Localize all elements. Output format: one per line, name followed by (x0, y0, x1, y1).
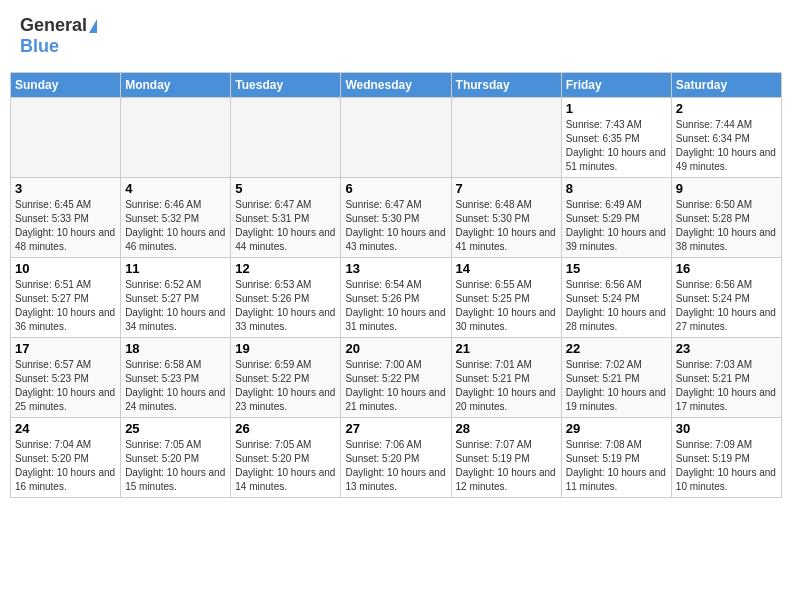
day-number: 13 (345, 261, 446, 276)
day-number: 8 (566, 181, 667, 196)
day-number: 30 (676, 421, 777, 436)
calendar-week-row: 1Sunrise: 7:43 AMSunset: 6:35 PMDaylight… (11, 98, 782, 178)
day-info: Sunrise: 6:51 AMSunset: 5:27 PMDaylight:… (15, 278, 116, 334)
day-info: Sunrise: 7:02 AMSunset: 5:21 PMDaylight:… (566, 358, 667, 414)
day-number: 19 (235, 341, 336, 356)
calendar-cell: 7Sunrise: 6:48 AMSunset: 5:30 PMDaylight… (451, 178, 561, 258)
calendar-cell (451, 98, 561, 178)
calendar-week-row: 3Sunrise: 6:45 AMSunset: 5:33 PMDaylight… (11, 178, 782, 258)
day-info: Sunrise: 7:01 AMSunset: 5:21 PMDaylight:… (456, 358, 557, 414)
header-friday: Friday (561, 73, 671, 98)
day-number: 6 (345, 181, 446, 196)
calendar-cell (341, 98, 451, 178)
day-info: Sunrise: 6:47 AMSunset: 5:30 PMDaylight:… (345, 198, 446, 254)
logo: General Blue (20, 15, 97, 57)
day-number: 23 (676, 341, 777, 356)
header-wednesday: Wednesday (341, 73, 451, 98)
day-info: Sunrise: 7:43 AMSunset: 6:35 PMDaylight:… (566, 118, 667, 174)
calendar-cell: 26Sunrise: 7:05 AMSunset: 5:20 PMDayligh… (231, 418, 341, 498)
day-info: Sunrise: 7:44 AMSunset: 6:34 PMDaylight:… (676, 118, 777, 174)
day-number: 1 (566, 101, 667, 116)
calendar-cell: 20Sunrise: 7:00 AMSunset: 5:22 PMDayligh… (341, 338, 451, 418)
day-info: Sunrise: 6:45 AMSunset: 5:33 PMDaylight:… (15, 198, 116, 254)
day-number: 17 (15, 341, 116, 356)
day-number: 18 (125, 341, 226, 356)
calendar-cell: 16Sunrise: 6:56 AMSunset: 5:24 PMDayligh… (671, 258, 781, 338)
day-number: 9 (676, 181, 777, 196)
calendar-cell: 19Sunrise: 6:59 AMSunset: 5:22 PMDayligh… (231, 338, 341, 418)
day-number: 21 (456, 341, 557, 356)
day-info: Sunrise: 6:56 AMSunset: 5:24 PMDaylight:… (676, 278, 777, 334)
day-info: Sunrise: 6:46 AMSunset: 5:32 PMDaylight:… (125, 198, 226, 254)
calendar-week-row: 17Sunrise: 6:57 AMSunset: 5:23 PMDayligh… (11, 338, 782, 418)
day-number: 28 (456, 421, 557, 436)
day-number: 11 (125, 261, 226, 276)
calendar-cell: 2Sunrise: 7:44 AMSunset: 6:34 PMDaylight… (671, 98, 781, 178)
day-number: 20 (345, 341, 446, 356)
day-number: 14 (456, 261, 557, 276)
calendar-cell (121, 98, 231, 178)
day-info: Sunrise: 6:49 AMSunset: 5:29 PMDaylight:… (566, 198, 667, 254)
day-info: Sunrise: 6:53 AMSunset: 5:26 PMDaylight:… (235, 278, 336, 334)
day-number: 29 (566, 421, 667, 436)
day-number: 27 (345, 421, 446, 436)
calendar-cell: 3Sunrise: 6:45 AMSunset: 5:33 PMDaylight… (11, 178, 121, 258)
day-info: Sunrise: 6:48 AMSunset: 5:30 PMDaylight:… (456, 198, 557, 254)
header-sunday: Sunday (11, 73, 121, 98)
calendar-cell: 1Sunrise: 7:43 AMSunset: 6:35 PMDaylight… (561, 98, 671, 178)
calendar-cell: 25Sunrise: 7:05 AMSunset: 5:20 PMDayligh… (121, 418, 231, 498)
calendar-cell: 15Sunrise: 6:56 AMSunset: 5:24 PMDayligh… (561, 258, 671, 338)
day-info: Sunrise: 7:00 AMSunset: 5:22 PMDaylight:… (345, 358, 446, 414)
calendar-cell: 23Sunrise: 7:03 AMSunset: 5:21 PMDayligh… (671, 338, 781, 418)
day-number: 2 (676, 101, 777, 116)
day-number: 5 (235, 181, 336, 196)
day-info: Sunrise: 7:04 AMSunset: 5:20 PMDaylight:… (15, 438, 116, 494)
day-number: 25 (125, 421, 226, 436)
calendar-week-row: 10Sunrise: 6:51 AMSunset: 5:27 PMDayligh… (11, 258, 782, 338)
day-info: Sunrise: 7:08 AMSunset: 5:19 PMDaylight:… (566, 438, 667, 494)
day-number: 7 (456, 181, 557, 196)
day-number: 15 (566, 261, 667, 276)
calendar-cell: 4Sunrise: 6:46 AMSunset: 5:32 PMDaylight… (121, 178, 231, 258)
header-monday: Monday (121, 73, 231, 98)
day-info: Sunrise: 7:07 AMSunset: 5:19 PMDaylight:… (456, 438, 557, 494)
header-saturday: Saturday (671, 73, 781, 98)
calendar-cell: 10Sunrise: 6:51 AMSunset: 5:27 PMDayligh… (11, 258, 121, 338)
day-info: Sunrise: 7:05 AMSunset: 5:20 PMDaylight:… (235, 438, 336, 494)
day-info: Sunrise: 6:59 AMSunset: 5:22 PMDaylight:… (235, 358, 336, 414)
calendar-cell (231, 98, 341, 178)
day-info: Sunrise: 7:05 AMSunset: 5:20 PMDaylight:… (125, 438, 226, 494)
day-number: 12 (235, 261, 336, 276)
calendar-cell: 14Sunrise: 6:55 AMSunset: 5:25 PMDayligh… (451, 258, 561, 338)
calendar-cell: 11Sunrise: 6:52 AMSunset: 5:27 PMDayligh… (121, 258, 231, 338)
header-tuesday: Tuesday (231, 73, 341, 98)
calendar-cell: 6Sunrise: 6:47 AMSunset: 5:30 PMDaylight… (341, 178, 451, 258)
day-number: 24 (15, 421, 116, 436)
day-info: Sunrise: 7:06 AMSunset: 5:20 PMDaylight:… (345, 438, 446, 494)
day-info: Sunrise: 6:47 AMSunset: 5:31 PMDaylight:… (235, 198, 336, 254)
logo-triangle-icon (89, 19, 97, 33)
day-number: 3 (15, 181, 116, 196)
header-thursday: Thursday (451, 73, 561, 98)
day-info: Sunrise: 6:57 AMSunset: 5:23 PMDaylight:… (15, 358, 116, 414)
day-info: Sunrise: 7:09 AMSunset: 5:19 PMDaylight:… (676, 438, 777, 494)
calendar-header-row: SundayMondayTuesdayWednesdayThursdayFrid… (11, 73, 782, 98)
calendar-cell: 28Sunrise: 7:07 AMSunset: 5:19 PMDayligh… (451, 418, 561, 498)
calendar-cell: 21Sunrise: 7:01 AMSunset: 5:21 PMDayligh… (451, 338, 561, 418)
day-number: 16 (676, 261, 777, 276)
logo-general-text: General (20, 15, 87, 36)
calendar-cell: 30Sunrise: 7:09 AMSunset: 5:19 PMDayligh… (671, 418, 781, 498)
day-info: Sunrise: 6:58 AMSunset: 5:23 PMDaylight:… (125, 358, 226, 414)
day-number: 26 (235, 421, 336, 436)
day-info: Sunrise: 6:56 AMSunset: 5:24 PMDaylight:… (566, 278, 667, 334)
calendar-cell (11, 98, 121, 178)
calendar-cell: 12Sunrise: 6:53 AMSunset: 5:26 PMDayligh… (231, 258, 341, 338)
day-info: Sunrise: 7:03 AMSunset: 5:21 PMDaylight:… (676, 358, 777, 414)
calendar-cell: 18Sunrise: 6:58 AMSunset: 5:23 PMDayligh… (121, 338, 231, 418)
day-number: 10 (15, 261, 116, 276)
header: General Blue (10, 10, 782, 62)
calendar: SundayMondayTuesdayWednesdayThursdayFrid… (10, 72, 782, 498)
day-info: Sunrise: 6:54 AMSunset: 5:26 PMDaylight:… (345, 278, 446, 334)
calendar-cell: 22Sunrise: 7:02 AMSunset: 5:21 PMDayligh… (561, 338, 671, 418)
calendar-cell: 29Sunrise: 7:08 AMSunset: 5:19 PMDayligh… (561, 418, 671, 498)
